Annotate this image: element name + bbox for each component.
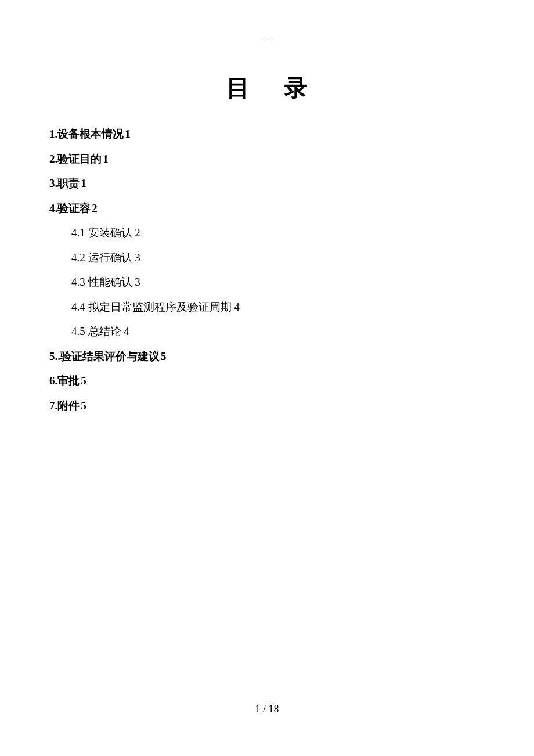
toc-page: 4 bbox=[124, 325, 129, 337]
toc-item: 7.附件5 bbox=[49, 398, 485, 415]
toc-label: 验证结果评价与建议 bbox=[60, 350, 160, 362]
toc-label: 总结论 bbox=[88, 325, 121, 337]
toc-subitem: 4.4 拟定日常监测程序及验证周期 4 bbox=[71, 299, 485, 316]
toc-label: 安装确认 bbox=[88, 226, 132, 239]
header-mark: --- bbox=[49, 35, 485, 43]
toc-prefix: 4.4 bbox=[71, 301, 85, 313]
toc-page: 3 bbox=[135, 251, 140, 264]
toc-prefix: 5.. bbox=[49, 350, 60, 362]
toc-prefix: 1. bbox=[49, 128, 57, 140]
toc-item: 6.审批5 bbox=[49, 373, 485, 390]
toc-page: 2 bbox=[135, 226, 140, 239]
toc-prefix: 4.5 bbox=[71, 325, 85, 337]
toc-subitem: 4.1 安装确认 2 bbox=[71, 225, 485, 242]
toc-subitem: 4.5 总结论 4 bbox=[71, 323, 485, 340]
toc-prefix: 6. bbox=[49, 375, 57, 387]
toc-prefix: 7. bbox=[49, 399, 57, 412]
toc-page: 4 bbox=[234, 301, 240, 313]
toc-page: 3 bbox=[135, 276, 140, 288]
toc-label: 设备根本情况 bbox=[57, 128, 124, 140]
toc-label: 附件 bbox=[57, 399, 80, 412]
toc-item: 1.设备根本情况1 bbox=[49, 126, 485, 143]
toc-prefix: 4.2 bbox=[71, 251, 85, 264]
toc-page: 1 bbox=[125, 128, 131, 140]
toc-label: 职责 bbox=[57, 177, 80, 189]
toc-label: 运行确认 bbox=[88, 251, 132, 264]
toc-prefix: 3. bbox=[49, 177, 57, 189]
toc-item: 5..验证结果评价与建议5 bbox=[49, 348, 485, 365]
toc-subitem: 4.3 性能确认 3 bbox=[71, 274, 485, 291]
toc-prefix: 4.3 bbox=[71, 276, 85, 288]
toc-item: 2.验证目的1 bbox=[49, 151, 485, 168]
toc-page: 1 bbox=[103, 153, 109, 165]
toc-prefix: 4. bbox=[49, 202, 57, 214]
toc-item: 3.职责1 bbox=[49, 175, 485, 192]
toc-page: 5 bbox=[161, 350, 167, 362]
page-title: 目录 bbox=[49, 72, 485, 104]
toc-prefix: 4.1 bbox=[71, 226, 88, 239]
toc-label: 验证容 bbox=[57, 202, 91, 214]
toc-item: 4.验证容2 bbox=[49, 200, 485, 217]
toc-page: 5 bbox=[81, 399, 86, 412]
toc-page: 1 bbox=[81, 177, 86, 189]
toc-label: 验证目的 bbox=[57, 153, 102, 165]
toc-label: 拟定日常监测程序及验证周期 bbox=[88, 301, 232, 313]
toc-prefix: 2. bbox=[49, 153, 57, 165]
toc-page: 5 bbox=[81, 375, 86, 387]
toc-page: 2 bbox=[92, 202, 98, 214]
toc-subitem: 4.2 运行确认 3 bbox=[71, 250, 485, 267]
document-page: --- 目录 1.设备根本情况1 2.验证目的1 3.职责1 4.验证容2 4.… bbox=[0, 0, 534, 414]
toc-label: 性能确认 bbox=[88, 276, 132, 288]
toc-label: 审批 bbox=[57, 375, 80, 387]
page-footer: 1 / 18 bbox=[0, 703, 534, 715]
